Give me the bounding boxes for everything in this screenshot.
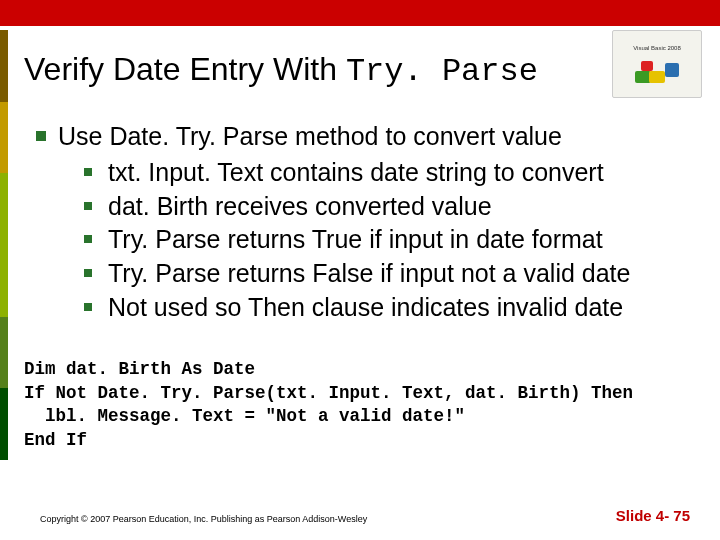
slide: Visual Basic 2008 Verify Date Entry With…: [0, 0, 720, 540]
code-line: If Not Date. Try. Parse(txt. Input. Text…: [24, 383, 633, 403]
bullet-main: Use Date. Try. Parse method to convert v…: [30, 120, 690, 325]
bullet-main-text: Use Date. Try. Parse method to convert v…: [58, 122, 562, 150]
side-color-strip: [0, 30, 8, 460]
sub-bullet-text: Not used so Then clause indicates invali…: [108, 293, 623, 321]
sub-bullet-text: txt. Input. Text contains date string to…: [108, 158, 604, 186]
code-line: lbl. Message. Text = "Not a valid date!": [24, 406, 465, 426]
code-block: Dim dat. Birth As Date If Not Date. Try.…: [24, 358, 696, 453]
sub-bullet: Try. Parse returns True if input in date…: [58, 223, 690, 257]
sub-bullet: dat. Birth receives converted value: [58, 190, 690, 224]
sub-bullet-list: txt. Input. Text contains date string to…: [58, 156, 690, 325]
copyright-text: Copyright © 2007 Pearson Education, Inc.…: [40, 514, 367, 524]
book-cover-thumbnail: Visual Basic 2008: [612, 30, 702, 98]
sub-bullet: txt. Input. Text contains date string to…: [58, 156, 690, 190]
slide-title: Verify Date Entry With Try. Parse: [24, 52, 538, 89]
slide-number: Slide 4- 75: [616, 507, 690, 524]
code-line: Dim dat. Birth As Date: [24, 359, 255, 379]
code-line: End If: [24, 430, 87, 450]
title-text-plain: Verify Date Entry With: [24, 51, 346, 87]
sub-bullet: Try. Parse returns False if input not a …: [58, 257, 690, 291]
sub-bullet-text: dat. Birth receives converted value: [108, 192, 492, 220]
sub-bullet: Not used so Then clause indicates invali…: [58, 291, 690, 325]
footer: Copyright © 2007 Pearson Education, Inc.…: [40, 507, 690, 524]
top-red-bar: [0, 0, 720, 26]
sub-bullet-text: Try. Parse returns True if input in date…: [108, 225, 603, 253]
bullet-list: Use Date. Try. Parse method to convert v…: [30, 120, 690, 325]
sub-bullet-text: Try. Parse returns False if input not a …: [108, 259, 630, 287]
title-text-mono: Try. Parse: [346, 53, 538, 90]
blocks-icon: [635, 51, 679, 83]
